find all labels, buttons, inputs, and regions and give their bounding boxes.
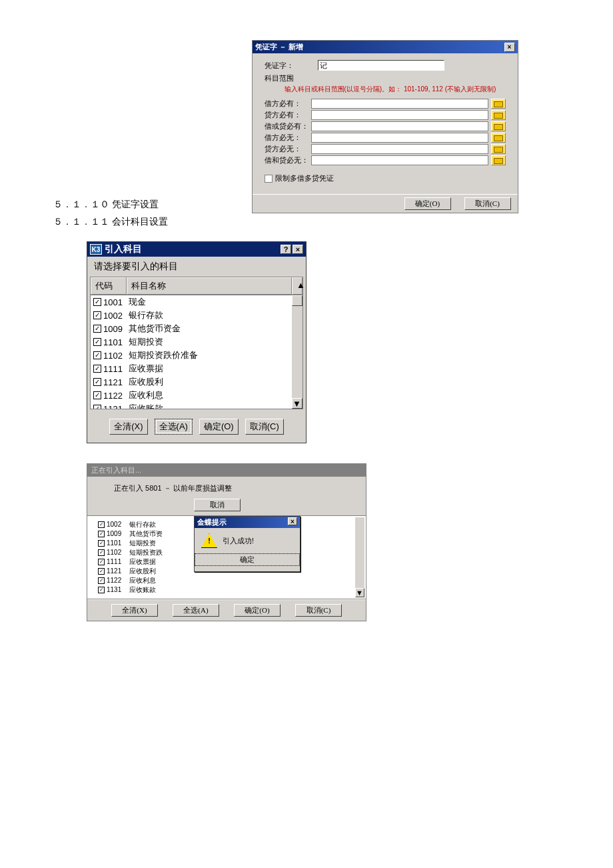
browse-icon[interactable]	[491, 133, 506, 143]
ok-button[interactable]: 确定	[195, 553, 300, 566]
table-row[interactable]: ✓1122应收利息	[91, 389, 303, 402]
row-checkbox[interactable]: ✓	[98, 540, 105, 547]
row-name: 银行存款	[129, 309, 163, 321]
credit-must-label: 贷方必有：	[265, 110, 311, 120]
row-code: 1001	[103, 297, 129, 307]
scroll-down-icon[interactable]: ▼	[355, 588, 364, 597]
row-code: 1131	[103, 404, 129, 409]
voucher-code-input[interactable]	[318, 60, 444, 71]
help-icon[interactable]: ?	[281, 245, 291, 254]
scrollbar[interactable]: ▼	[355, 517, 364, 597]
row-code: 1122	[107, 576, 129, 585]
row-name: 应收股利	[129, 567, 156, 576]
row-name: 短期投资	[129, 336, 163, 348]
close-icon[interactable]: ×	[293, 245, 303, 254]
row-code: 1101	[103, 337, 129, 347]
debit-none-label: 借方必无：	[265, 133, 311, 143]
warning-icon: !	[201, 533, 217, 548]
scrollbar[interactable]: ▼	[292, 295, 303, 409]
dialog-title: 引入科目	[105, 243, 142, 255]
browse-icon[interactable]	[491, 155, 506, 165]
both-none-input[interactable]	[311, 155, 488, 165]
cancel-button[interactable]: 取消(C)	[245, 419, 284, 435]
row-checkbox[interactable]: ✓	[98, 559, 105, 565]
row-checkbox[interactable]: ✓	[98, 521, 105, 528]
row-code: 1121	[107, 567, 129, 576]
table-row[interactable]: ✓1002银行存款	[91, 309, 303, 322]
ok-button[interactable]: 确定(O)	[199, 419, 239, 435]
table-row[interactable]: ✓1009其他货币资金	[91, 322, 303, 335]
import-subject-dialog: K3 引入科目 ? × 请选择要引入的科目 代码 科目名称 ▲ ▼ ✓1001现…	[87, 241, 306, 443]
dialog-subtitle: 请选择要引入的科目	[87, 257, 306, 277]
row-checkbox[interactable]: ✓	[98, 577, 105, 584]
row-name: 现金	[129, 296, 146, 308]
msgbox-title: 金蝶提示	[197, 517, 227, 527]
row-checkbox[interactable]: ✓	[98, 531, 105, 537]
table-row[interactable]: ✓1121应收股利	[91, 375, 303, 389]
dialog-title: 凭证字 － 新增	[255, 42, 303, 52]
browse-icon[interactable]	[491, 121, 506, 131]
row-name: 应收票据	[129, 557, 156, 567]
clear-all-button[interactable]: 全清(X)	[111, 604, 158, 617]
ok-button[interactable]: 确定(O)	[234, 604, 281, 617]
ok-button[interactable]: 确定(O)	[404, 197, 451, 210]
select-all-button[interactable]: 全选(A)	[155, 419, 193, 435]
browse-icon[interactable]	[491, 110, 506, 120]
scroll-up-icon[interactable]: ▲	[292, 277, 303, 295]
row-checkbox[interactable]: ✓	[98, 549, 105, 556]
row-checkbox[interactable]: ✓	[93, 325, 101, 333]
table-header: 代码 科目名称 ▲	[91, 277, 303, 295]
row-checkbox[interactable]: ✓	[93, 378, 101, 386]
either-must-input[interactable]	[311, 121, 488, 131]
row-checkbox[interactable]: ✓	[93, 298, 101, 306]
progress-text: 正在引入 5801 － 以前年度损益调整	[114, 483, 352, 493]
clear-all-button[interactable]: 全清(X)	[109, 419, 147, 435]
table-row[interactable]: ✓1111应收票据	[91, 362, 303, 375]
titlebar: 凭证字 － 新增 ×	[253, 41, 518, 53]
credit-none-label: 贷方必无：	[265, 144, 311, 154]
scroll-thumb[interactable]	[292, 295, 303, 306]
row-code: 1122	[103, 391, 129, 401]
row-checkbox[interactable]: ✓	[93, 311, 101, 319]
section-caption-1: ５．１．１０ 凭证字设置	[53, 199, 159, 211]
table-row: ✓1122应收利息	[98, 576, 359, 585]
row-checkbox[interactable]: ✓	[93, 391, 101, 399]
cancel-button[interactable]: 取消	[194, 499, 241, 511]
voucher-code-label: 凭证字：	[265, 61, 318, 71]
table-row[interactable]: ✓1001现金	[91, 295, 303, 309]
row-checkbox[interactable]: ✓	[98, 587, 105, 593]
row-checkbox[interactable]: ✓	[93, 365, 101, 373]
restrict-checkbox[interactable]	[265, 175, 273, 183]
debit-none-input[interactable]	[311, 133, 488, 143]
select-all-button[interactable]: 全选(A)	[173, 604, 219, 617]
import-progress-dialog: 正在引入科目... 正在引入 5801 － 以前年度损益调整 取消 ▼ ✓100…	[87, 463, 366, 621]
row-checkbox[interactable]: ✓	[93, 351, 101, 359]
browse-icon[interactable]	[491, 144, 506, 154]
scope-hint: 输入科目或科目范围(以逗号分隔)。如： 101-109, 112 (不输入则无限…	[285, 85, 506, 93]
credit-must-input[interactable]	[311, 110, 488, 120]
credit-none-input[interactable]	[311, 144, 488, 154]
table-row[interactable]: ✓1131应收账款	[91, 402, 303, 409]
cancel-button[interactable]: 取消(C)	[295, 604, 342, 617]
row-code: 1111	[103, 364, 129, 374]
cancel-button[interactable]: 取消(C)	[464, 197, 511, 210]
row-code: 1009	[107, 529, 129, 539]
browse-icon[interactable]	[491, 99, 506, 109]
col-code: 代码	[91, 277, 127, 295]
row-code: 1111	[107, 557, 129, 567]
row-checkbox[interactable]: ✓	[93, 405, 101, 409]
table-row[interactable]: ✓1101短期投资	[91, 335, 303, 349]
table-row[interactable]: ✓1102短期投资跌价准备	[91, 349, 303, 362]
close-icon[interactable]: ×	[504, 43, 515, 52]
row-checkbox[interactable]: ✓	[98, 568, 105, 575]
row-checkbox[interactable]: ✓	[93, 338, 101, 346]
close-icon[interactable]: ×	[288, 517, 297, 525]
section-caption-2: ５．１．１１ 会计科目设置	[53, 216, 560, 228]
scroll-down-icon[interactable]: ▼	[292, 398, 303, 409]
row-name: 短期投资	[129, 539, 156, 548]
both-none-label: 借和贷必无：	[265, 155, 311, 165]
row-name: 银行存款	[129, 520, 156, 529]
debit-must-input[interactable]	[311, 99, 488, 109]
col-name: 科目名称	[127, 277, 292, 295]
restrict-label: 限制多借多贷凭证	[275, 173, 334, 183]
